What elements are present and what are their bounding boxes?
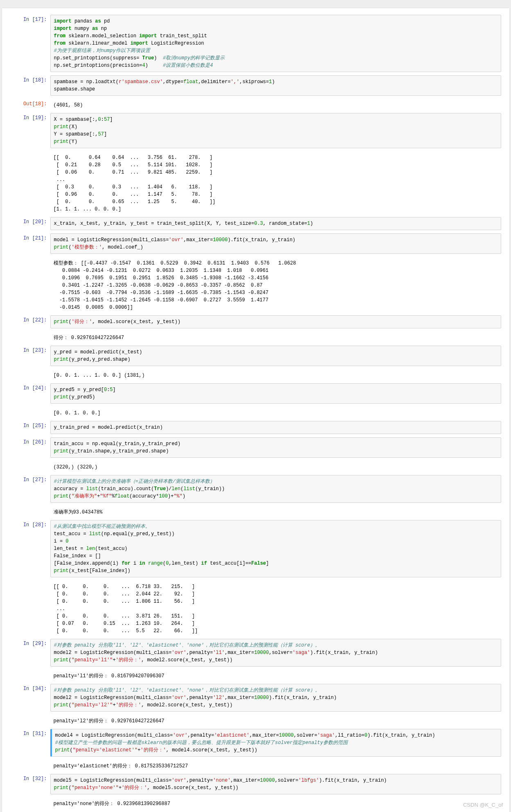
output-text: 得分： 0.9297610427226647 [50, 332, 501, 342]
code-input-area[interactable]: x_train, x_test, y_train, y_test = train… [50, 217, 501, 230]
output-cell: 模型参数： [[-0.4437 -0.1547 0.1361 0.5229 0.… [10, 256, 501, 313]
output-cell: penalty='none'的得分： 0.9239681390296887 [10, 797, 501, 809]
output-cell: [[ 0. 0. 0. ... 6.718 33. 215. ] [ 0. 0.… [10, 580, 501, 636]
code-input-area[interactable]: print('得分：', model.score(x_test, y_test)… [50, 315, 501, 328]
output-text: 准确率为93.043478% [50, 506, 501, 517]
code-cell[interactable]: In [20]:x_train, x_test, y_train, y_test… [10, 216, 501, 231]
output-text: (4601, 58) [50, 99, 501, 110]
input-prompt: In [26]: [10, 437, 50, 458]
code-content[interactable]: y_pred5 = y_pred[0:5] print(y_pred5) [54, 386, 497, 401]
code-cell[interactable]: In [19]:X = spambase[:,0:57] print(X) Y … [10, 112, 501, 149]
code-cell[interactable]: In [25]:y_train_pred = model.predict(x_t… [10, 420, 501, 435]
code-cell[interactable]: In [27]:#计算模型在测试集上的分类准确率（=正确分类样本数/测试集总样本… [10, 474, 501, 504]
code-content[interactable]: model5 = LogisticRegression(multi_class=… [54, 777, 497, 792]
code-content[interactable]: train_accu = np.equal(y_train,y_train_pr… [54, 440, 497, 455]
output-cell: [0. 0. 1. ... 1. 0. 0.] (1381,) [10, 369, 501, 381]
input-prompt: In [18]: [10, 75, 50, 96]
output-cell: 准确率为93.043478% [10, 505, 501, 518]
output-text: penalty='l2'的得分： 0.9297610427226647 [50, 715, 501, 726]
code-content[interactable]: y_pred = model.predict(x_test) print(y_p… [54, 348, 497, 363]
code-cell[interactable]: In [31]:model4 = LogisticRegression(mult… [10, 728, 501, 758]
output-text: [[ 0. 0.64 0.64 ... 3.756 61. 278. ] [ 0… [50, 152, 501, 214]
input-prompt: In [22]: [10, 315, 50, 328]
output-cell: penalty='l1'的得分： 0.8167994207096307 [10, 669, 501, 681]
code-input-area[interactable]: model5 = LogisticRegression(multi_class=… [50, 774, 501, 794]
code-cell[interactable]: In [29]:#对参数 penalty 分别取'l1'、'l2'、'elast… [10, 638, 501, 667]
input-prompt: In [28]: [10, 520, 50, 577]
code-input-area[interactable]: spambase = np.loadtxt(r'spambase.csv',dt… [50, 75, 501, 96]
code-cell[interactable]: In [24]:y_pred5 = y_pred[0:5] print(y_pr… [10, 382, 501, 405]
code-input-area[interactable]: #计算模型在测试集上的分类准确率（=正确分类样本数/测试集总样本数） accur… [50, 475, 501, 503]
code-input-area[interactable]: #从测试集中找出模型不能正确预测的样本。 test_accu = list(np… [50, 520, 501, 577]
output-cell: penalty='l2'的得分： 0.9297610427226647 [10, 714, 501, 726]
output-prompt: Out[18]: [10, 99, 50, 110]
output-cell: (3220,) (3220,) [10, 460, 501, 473]
input-prompt: In [24]: [10, 383, 50, 404]
code-content[interactable]: import pandas as pd import numpy as np f… [54, 18, 497, 69]
code-content[interactable]: X = spambase[:,0:57] print(X) Y = spamba… [54, 116, 497, 145]
code-input-area[interactable]: model = LogisticRegression(multi_class='… [50, 233, 501, 254]
code-content[interactable]: print('得分：', model.score(x_test, y_test)… [54, 318, 497, 326]
code-input-area[interactable]: train_accu = np.equal(y_train,y_train_pr… [50, 437, 501, 458]
output-text: [0. 0. 1. ... 1. 0. 0.] (1381,) [50, 369, 501, 380]
code-cell[interactable]: In [21]:model = LogisticRegression(multi… [10, 233, 501, 255]
code-input-area[interactable]: y_train_pred = model.predict(x_train) [50, 421, 501, 434]
code-input-area[interactable]: y_pred = model.predict(x_test) print(y_p… [50, 346, 501, 366]
output-cell: [[ 0. 0.64 0.64 ... 3.756 61. 278. ] [ 0… [10, 151, 501, 215]
code-cell[interactable]: In [18]:spambase = np.loadtxt(r'spambase… [10, 75, 501, 97]
code-cell[interactable]: In [32]:model5 = LogisticRegression(mult… [10, 773, 501, 795]
output-cell: penalty='elasticnet'的得分： 0.8175235336712… [10, 759, 501, 771]
input-prompt: In [27]: [10, 475, 50, 503]
code-content[interactable]: spambase = np.loadtxt(r'spambase.csv',dt… [54, 78, 497, 93]
code-input-area[interactable]: #对参数 penalty 分别取'l1'、'l2'、'elasticnet'、'… [50, 639, 501, 667]
input-prompt: In [34]: [10, 684, 50, 712]
output-cell: 得分： 0.9297610427226647 [10, 331, 501, 343]
notebook-container: In [17]:import pandas as pd import numpy… [2, 8, 509, 812]
code-content[interactable]: x_train, x_test, y_train, y_test = train… [54, 220, 497, 227]
code-input-area[interactable]: y_pred5 = y_pred[0:5] print(y_pred5) [50, 383, 501, 404]
output-text: [0. 0. 1. 0. 0.] [50, 407, 501, 418]
code-cell[interactable]: In [22]:print('得分：', model.score(x_test,… [10, 314, 501, 329]
output-text: penalty='elasticnet'的得分： 0.8175235336712… [50, 760, 501, 771]
code-content[interactable]: model4 = LogisticRegression(multi_class=… [55, 732, 497, 754]
code-content[interactable]: y_train_pred = model.predict(x_train) [54, 424, 497, 431]
code-cell[interactable]: In [17]:import pandas as pd import numpy… [10, 14, 501, 73]
code-input-area[interactable]: model4 = LogisticRegression(multi_class=… [50, 729, 501, 757]
output-text: penalty='l1'的得分： 0.8167994207096307 [50, 670, 501, 681]
input-prompt: In [19]: [10, 113, 50, 148]
code-cell[interactable]: In [23]:y_pred = model.predict(x_test) p… [10, 345, 501, 367]
watermark: CSDN @K_C_of [463, 802, 503, 808]
input-prompt: In [32]: [10, 774, 50, 794]
code-cell[interactable]: In [26]:train_accu = np.equal(y_train,y_… [10, 437, 501, 459]
code-input-area[interactable]: #对参数 penalty 分别取'l1'、'l2'、'elasticnet'、'… [50, 684, 501, 712]
output-text: (3220,) (3220,) [50, 461, 501, 472]
code-content[interactable]: #对参数 penalty 分别取'l1'、'l2'、'elasticnet'、'… [54, 642, 497, 664]
code-cell[interactable]: In [28]:#从测试集中找出模型不能正确预测的样本。 test_accu =… [10, 519, 501, 578]
input-prompt: In [23]: [10, 346, 50, 366]
code-content[interactable]: #计算模型在测试集上的分类准确率（=正确分类样本数/测试集总样本数） accur… [54, 478, 497, 500]
code-content[interactable]: #对参数 penalty 分别取'l1'、'l2'、'elasticnet'、'… [54, 687, 497, 709]
code-input-area[interactable]: X = spambase[:,0:57] print(X) Y = spamba… [50, 113, 501, 148]
output-cell: [0. 0. 1. 0. 0.] [10, 406, 501, 418]
input-prompt: In [20]: [10, 217, 50, 230]
output-cell: Out[18]:(4601, 58) [10, 98, 501, 111]
output-text: penalty='none'的得分： 0.9239681390296887 [50, 798, 501, 808]
input-prompt: In [21]: [10, 233, 50, 254]
output-text: [[ 0. 0. 0. ... 6.718 33. 215. ] [ 0. 0.… [50, 581, 501, 636]
input-prompt: In [31]: [10, 729, 50, 757]
code-input-area[interactable]: import pandas as pd import numpy as np f… [50, 15, 501, 72]
input-prompt: In [17]: [10, 15, 50, 72]
input-prompt: In [25]: [10, 421, 50, 434]
input-prompt: In [29]: [10, 639, 50, 667]
output-text: 模型参数： [[-0.4437 -0.1547 0.1361 0.5229 0.… [50, 257, 501, 312]
code-cell[interactable]: In [34]:#对参数 penalty 分别取'l1'、'l2'、'elast… [10, 683, 501, 712]
code-content[interactable]: model = LogisticRegression(multi_class='… [54, 236, 497, 251]
code-content[interactable]: #从测试集中找出模型不能正确预测的样本。 test_accu = list(np… [54, 523, 497, 575]
